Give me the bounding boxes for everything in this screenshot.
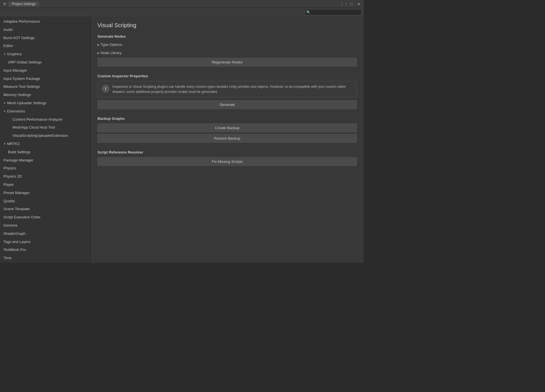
sidebar-label-urp-global: URP Global Settings [8,60,42,64]
triangle-mesh-uploader: ▼ [3,101,6,105]
sidebar: Adaptive PerformanceAudioBurst AOT Setti… [0,16,91,263]
sidebar-label-services: Services [3,223,18,227]
window-controls: ⋮⋮ □ ✕ [342,1,361,7]
sidebar-label-input-manager: Input Manager [3,68,27,73]
sidebar-label-physics-2d: Physics 2D [3,174,22,178]
sidebar-item-burst-aot[interactable]: Burst AOT Settings [0,34,90,42]
page-title: Visual Scripting [97,22,357,29]
sidebar-item-visual-scripting-ext[interactable]: VisualScriptingUploaderExtension [0,132,90,140]
search-icon: 🔍 [306,10,310,14]
node-library-toggle[interactable]: ▶ Node Library [97,50,357,56]
warning-icon: ! [102,85,110,93]
sidebar-item-build-settings[interactable]: Build Settings [0,148,90,156]
sidebar-item-physics[interactable]: Physics [0,164,90,172]
type-options-toggle[interactable]: ▶ Type Options [97,41,357,48]
sidebar-item-timeline[interactable]: Timeline [0,262,90,263]
sidebar-item-meshapp-cloud[interactable]: MeshApp Cloud Host Tool [0,123,90,132]
section-backup-title: Backup Graphs [97,116,357,121]
sidebar-item-measure-tool[interactable]: Measure Tool Settings [0,83,90,91]
sidebar-label-extensions: Extensions [7,108,25,114]
sidebar-label-content-perf: Content Performance Analyzer [12,117,63,122]
section-custom-inspector-title: Custom Inspector Properties [97,74,357,78]
sidebar-label-memory-settings: Memory Settings [3,93,31,97]
custom-inspector-info: ! Inspectors in Visual Scripting plugins… [97,81,357,97]
sidebar-item-package-manager[interactable]: Package Manager [0,156,90,165]
sidebar-label-input-system-package: Input System Package [3,76,40,81]
sidebar-label-meshapp-cloud: MeshApp Cloud Host Tool [12,125,55,129]
sidebar-label-measure-tool: Measure Tool Settings [3,84,40,89]
main-layout: Adaptive PerformanceAudioBurst AOT Setti… [0,16,364,263]
sidebar-item-memory-settings[interactable]: Memory Settings [0,91,90,99]
regenerate-nodes-button[interactable]: Regenerate Nodes [97,58,357,67]
title-bar: ⚙ Project Settings ⋮⋮ □ ✕ [0,0,364,8]
close-button[interactable]: ✕ [356,1,361,7]
sidebar-label-adaptive-performance: Adaptive Performance [3,19,40,24]
sidebar-item-input-manager[interactable]: Input Manager [0,67,90,75]
sidebar-item-player[interactable]: Player [0,181,90,189]
sidebar-label-time: Time [3,256,11,260]
sidebar-item-tags-and-layers[interactable]: Tags and Layers [0,238,90,246]
sidebar-group-graphics[interactable]: ▼Graphics [0,50,90,58]
window-title: Project Settings [8,1,39,7]
sidebar-label-package-manager: Package Manager [3,158,33,162]
sidebar-label-preset-manager: Preset Manager [3,191,30,195]
sidebar-label-visual-scripting-ext: VisualScriptingUploaderExtension [12,133,68,138]
sidebar-item-quality[interactable]: Quality [0,197,90,205]
sidebar-label-mrtk3: MRTK3 [7,141,20,147]
type-options-triangle: ▶ [97,43,99,46]
restore-backup-button[interactable]: Restore Backup [97,134,357,143]
content-panel: Visual Scripting Generate Nodes ▶ Type O… [91,16,364,263]
search-wrap: 🔍 [305,9,361,15]
node-library-label: Node Library [101,51,122,55]
sidebar-label-player: Player [3,182,14,187]
search-input[interactable] [305,9,361,15]
sidebar-label-textmesh-pro: TextMesh Pro [3,248,26,252]
sidebar-item-content-perf[interactable]: Content Performance Analyzer [0,116,90,124]
sidebar-label-editor: Editor [3,44,13,48]
sidebar-group-mrtk3[interactable]: ▼MRTK3 [0,140,90,148]
custom-inspector-text: Inspectors in Visual Scripting plugins c… [112,84,353,94]
sidebar-label-quality: Quality [3,199,15,203]
sidebar-label-tags-and-layers: Tags and Layers [3,240,30,244]
sidebar-group-extensions[interactable]: ▼Extensions [0,107,90,116]
generate-button[interactable]: Generate [97,100,357,109]
sidebar-label-burst-aot: Burst AOT Settings [3,36,35,40]
sidebar-label-mesh-uploader: Mesh Uploader Settings [7,100,46,106]
sidebar-item-urp-global[interactable]: URP Global Settings [0,58,90,67]
section-generate-nodes-title: Generate Nodes [97,34,357,39]
sidebar-item-scene-template[interactable]: Scene Template [0,205,90,213]
triangle-extensions: ▼ [3,109,6,113]
fix-missing-scripts-button[interactable]: Fix Missing Scripts [97,157,357,166]
menu-icon[interactable]: ⋮⋮ [342,1,347,7]
sidebar-item-input-system-package[interactable]: Input System Package [0,75,90,83]
sidebar-label-shadergraph: ShaderGraph [3,231,25,236]
sidebar-item-time[interactable]: Time [0,254,90,262]
sidebar-item-adaptive-performance[interactable]: Adaptive Performance [0,18,90,26]
search-bar: 🔍 [0,8,364,16]
sidebar-group-mesh-uploader[interactable]: ▼Mesh Uploader Settings [0,99,90,107]
sidebar-label-script-execution: Script Execution Order [3,215,41,219]
type-options-label: Type Options [101,42,122,47]
sidebar-label-scene-template: Scene Template [3,207,30,211]
restore-button[interactable]: □ [349,1,354,7]
create-backup-button[interactable]: Create Backup [97,123,357,132]
sidebar-item-shadergraph[interactable]: ShaderGraph [0,230,90,238]
sidebar-item-preset-manager[interactable]: Preset Manager [0,189,90,197]
sidebar-label-graphics: Graphics [7,51,22,57]
node-library-triangle: ▶ [97,52,99,54]
sidebar-item-editor[interactable]: Editor [0,42,90,50]
section-script-resolver-title: Script Reference Resolver [97,150,357,154]
sidebar-label-audio: Audio [3,27,13,32]
sidebar-item-audio[interactable]: Audio [0,26,90,34]
sidebar-label-physics: Physics [3,166,16,170]
sidebar-item-physics-2d[interactable]: Physics 2D [0,172,90,181]
sidebar-item-textmesh-pro[interactable]: TextMesh Pro [0,246,90,254]
sidebar-item-services[interactable]: Services [0,221,90,230]
settings-icon: ⚙ [2,2,7,6]
sidebar-item-script-execution[interactable]: Script Execution Order [0,213,90,221]
triangle-graphics: ▼ [3,52,6,56]
triangle-mrtk3: ▼ [3,142,6,146]
sidebar-label-build-settings: Build Settings [8,150,31,154]
